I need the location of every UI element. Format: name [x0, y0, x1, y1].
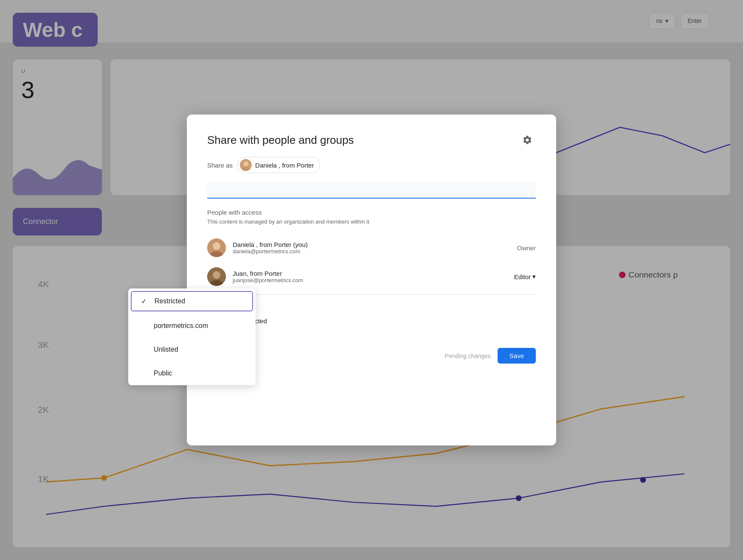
dropdown-item-restricted[interactable]: ✓ Restricted — [131, 291, 253, 311]
chevron-down-icon: ▾ — [532, 273, 536, 280]
dropdown-item-unlisted-label: Unlisted — [154, 346, 178, 353]
people-section-title: People with access — [207, 209, 536, 216]
restricted-dropdown-trigger[interactable]: ▾ Restricted — [233, 317, 536, 325]
people-section-subtitle: This content is managed by an organizati… — [207, 218, 536, 225]
modal-footer: Co Pending changes Save — [207, 348, 536, 364]
share-as-row: Share as Daniela , from Porter — [207, 157, 536, 173]
checkmark-empty — [138, 369, 147, 378]
person-2-role-label: Editor — [514, 273, 531, 280]
person-1-email: daniela@portermetrics.com — [233, 248, 510, 255]
svg-point-12 — [243, 161, 248, 166]
person-1-avatar — [207, 238, 226, 257]
person-1-info: Daniela , from Porter (you) daniela@port… — [233, 241, 510, 255]
modal-header: Share with people and groups — [207, 132, 536, 148]
gear-icon — [522, 135, 532, 145]
checkmark-empty — [138, 345, 147, 354]
save-button[interactable]: Save — [498, 348, 536, 364]
link-settings-row: ▾ Restricted this link — [207, 317, 536, 336]
share-as-label: Share as — [207, 162, 233, 169]
dropdown-item-restricted-label: Restricted — [155, 297, 185, 305]
dropdown-item-unlisted[interactable]: Unlisted — [128, 338, 256, 361]
pending-changes-text: Pending changes — [445, 353, 491, 359]
dropdown-item-public-label: Public — [154, 370, 172, 377]
svg-point-16 — [213, 242, 220, 250]
settings-gear-button[interactable] — [519, 132, 536, 148]
person-row: Daniela , from Porter (you) daniela@port… — [207, 233, 536, 262]
people-divider — [207, 294, 536, 295]
restricted-desc: this link — [233, 326, 536, 333]
svg-point-19 — [213, 271, 220, 279]
share-as-name: Daniela , from Porter — [255, 162, 314, 169]
people-list: Daniela , from Porter (you) daniela@port… — [207, 233, 536, 291]
link-type-dropdown: ✓ Restricted portermetrics.com Unlisted … — [128, 288, 256, 385]
person-2-name: Juan, from Porter — [233, 270, 507, 277]
person-1-name: Daniela , from Porter (you) — [233, 241, 510, 248]
link-settings-title: Link settings — [207, 303, 536, 311]
modal-title: Share with people and groups — [207, 134, 354, 147]
person-2-email: juanjose@portermetrics.com — [233, 277, 507, 283]
person-2-role-dropdown[interactable]: Editor ▾ — [514, 273, 536, 280]
person-1-role: Owner — [517, 244, 536, 252]
person-2-avatar — [207, 267, 226, 286]
checkmark-empty — [138, 322, 147, 330]
link-settings-section: Link settings ▾ Restricted this link — [207, 303, 536, 336]
share-as-chip[interactable]: Daniela , from Porter — [237, 157, 320, 173]
dropdown-item-portermetrics[interactable]: portermetrics.com — [128, 314, 256, 338]
share-modal: Share with people and groups Share as Da… — [187, 115, 556, 445]
dropdown-item-public[interactable]: Public — [128, 361, 256, 385]
checkmark-icon: ✓ — [139, 297, 148, 305]
person-row: Juan, from Porter juanjose@portermetrics… — [207, 262, 536, 291]
svg-point-13 — [242, 167, 250, 171]
person-2-info: Juan, from Porter juanjose@portermetrics… — [233, 270, 507, 283]
share-as-avatar — [240, 159, 252, 171]
link-settings-content: ▾ Restricted this link — [233, 317, 536, 333]
search-area — [207, 182, 536, 199]
search-input[interactable] — [207, 182, 536, 199]
dropdown-item-portermetrics-label: portermetrics.com — [154, 322, 208, 330]
